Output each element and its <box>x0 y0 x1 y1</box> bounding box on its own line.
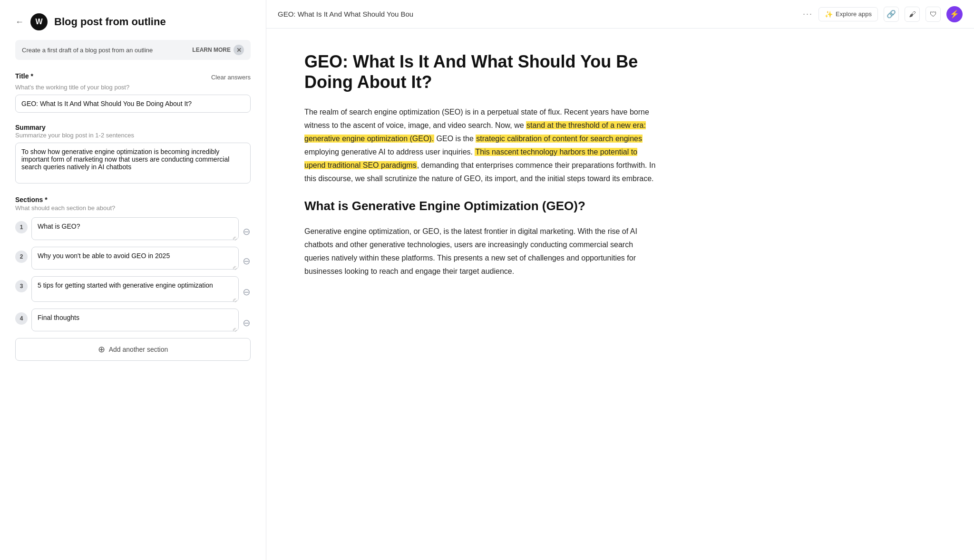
add-section-button[interactable]: ⊕ Add another section <box>15 338 251 361</box>
resize-handle-1 <box>232 236 237 241</box>
title-input[interactable] <box>15 95 251 113</box>
link-icon: 🔗 <box>886 10 896 19</box>
lightning-icon: ⚡ <box>950 10 959 19</box>
section-remove-button-4[interactable]: ⊖ <box>243 312 251 333</box>
app-header: ← W Blog post from outline <box>15 13 251 30</box>
more-options-button[interactable]: ··· <box>803 9 813 19</box>
right-header: GEO: What Is It And What Should You Bou … <box>266 0 974 29</box>
section-remove-button-3[interactable]: ⊖ <box>243 280 251 304</box>
section-input-wrap-3: 5 tips for getting started with generati… <box>31 276 239 304</box>
section-input-3[interactable]: 5 tips for getting started with generati… <box>31 276 239 302</box>
wand-icon: ✨ <box>825 10 833 18</box>
title-field-group: Title * Clear answers What's the working… <box>15 72 251 113</box>
paintbrush-icon-button[interactable]: 🖌 <box>905 7 920 22</box>
intro-text-middle1: GEO is the <box>434 135 476 143</box>
app-logo: W <box>30 13 48 30</box>
section-input-2[interactable]: Why you won't be able to avoid GEO in 20… <box>31 247 239 270</box>
section-input-4[interactable]: Final thoughts <box>31 309 239 331</box>
summary-hint: Summarize your blog post in 1-2 sentence… <box>15 132 251 139</box>
left-panel: ← W Blog post from outline Create a firs… <box>0 0 266 560</box>
section-number-1: 1 <box>15 221 28 233</box>
intro-text-middle2: employing generative AI to address user … <box>304 148 475 156</box>
shield-icon-button[interactable]: 🛡 <box>925 7 941 22</box>
doc-main-title: GEO: What Is It And What Should You Be D… <box>304 51 656 92</box>
section-row-4: 4 Final thoughts ⊖ <box>15 309 251 333</box>
section-input-1[interactable]: What is GEO? <box>31 217 239 240</box>
section-row-3: 3 5 tips for getting started with genera… <box>15 276 251 304</box>
close-icon: ✕ <box>234 45 244 55</box>
doc-intro-paragraph: The realm of search engine optimization … <box>304 106 656 185</box>
section-number-4: 4 <box>15 312 28 325</box>
section-row-2: 2 Why you won't be able to avoid GEO in … <box>15 247 251 271</box>
sections-field-group: Sections * What should each section be a… <box>15 196 251 361</box>
doc-title-display: GEO: What Is It And What Should You Bou <box>278 10 797 18</box>
shield-icon: 🛡 <box>930 10 937 18</box>
section-input-wrap-2: Why you won't be able to avoid GEO in 20… <box>31 247 239 271</box>
clear-answers-button[interactable]: Clear answers <box>211 74 251 81</box>
sections-label: Sections * <box>15 196 251 203</box>
resize-handle-4 <box>232 327 237 332</box>
section1-title: What is Generative Engine Optimization (… <box>304 199 656 213</box>
section-number-2: 2 <box>15 251 28 263</box>
learn-more-label: LEARN MORE <box>192 47 231 53</box>
subtitle-bar: Create a first draft of a blog post from… <box>15 40 251 60</box>
resize-handle-3 <box>232 298 237 302</box>
learn-more-button[interactable]: LEARN MORE ✕ <box>192 45 244 55</box>
summary-field-group: Summary Summarize your blog post in 1-2 … <box>15 123 251 185</box>
section-row-1: 1 What is GEO? ⊖ <box>15 217 251 242</box>
section-number-3: 3 <box>15 280 28 292</box>
title-hint: What's the working title of your blog po… <box>15 84 251 91</box>
back-button[interactable]: ← <box>15 17 24 27</box>
section1-paragraph: Generative engine optimization, or GEO, … <box>304 225 656 278</box>
explore-apps-label: Explore apps <box>836 10 872 18</box>
page-title: Blog post from outline <box>54 16 166 28</box>
section-input-wrap-4: Final thoughts <box>31 309 239 333</box>
section-remove-button-2[interactable]: ⊖ <box>243 251 251 271</box>
link-icon-button[interactable]: 🔗 <box>884 7 899 22</box>
sections-hint: What should each section be about? <box>15 204 251 212</box>
right-panel: GEO: What Is It And What Should You Bou … <box>266 0 974 560</box>
add-section-label: Add another section <box>109 346 168 353</box>
subtitle-text: Create a first draft of a blog post from… <box>22 47 186 54</box>
summary-input[interactable] <box>15 143 251 183</box>
summary-label: Summary <box>15 124 46 131</box>
lightning-button[interactable]: ⚡ <box>946 6 963 22</box>
section-remove-button-1[interactable]: ⊖ <box>243 221 251 242</box>
highlight-2: strategic calibration of content for sea… <box>476 135 643 143</box>
paintbrush-icon: 🖌 <box>909 10 916 18</box>
explore-apps-button[interactable]: ✨ Explore apps <box>818 7 878 21</box>
title-label: Title * <box>15 72 33 80</box>
resize-handle-2 <box>232 265 237 270</box>
section-input-wrap-1: What is GEO? <box>31 217 239 242</box>
add-section-plus-icon: ⊕ <box>98 344 105 355</box>
doc-content: GEO: What Is It And What Should You Be D… <box>266 29 694 560</box>
